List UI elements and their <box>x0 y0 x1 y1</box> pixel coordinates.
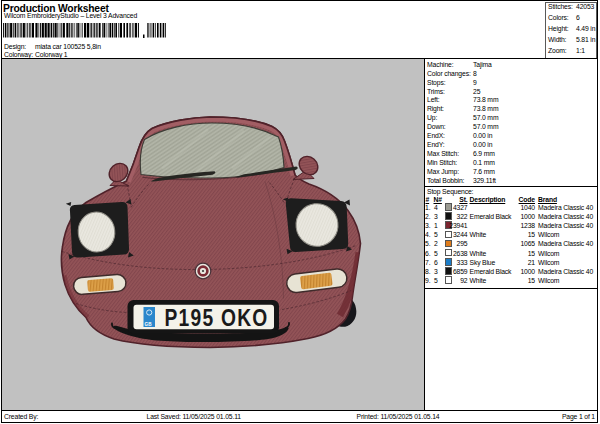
svg-text:GB: GB <box>145 321 153 326</box>
svg-text:P195 OKO: P195 OKO <box>164 304 268 330</box>
